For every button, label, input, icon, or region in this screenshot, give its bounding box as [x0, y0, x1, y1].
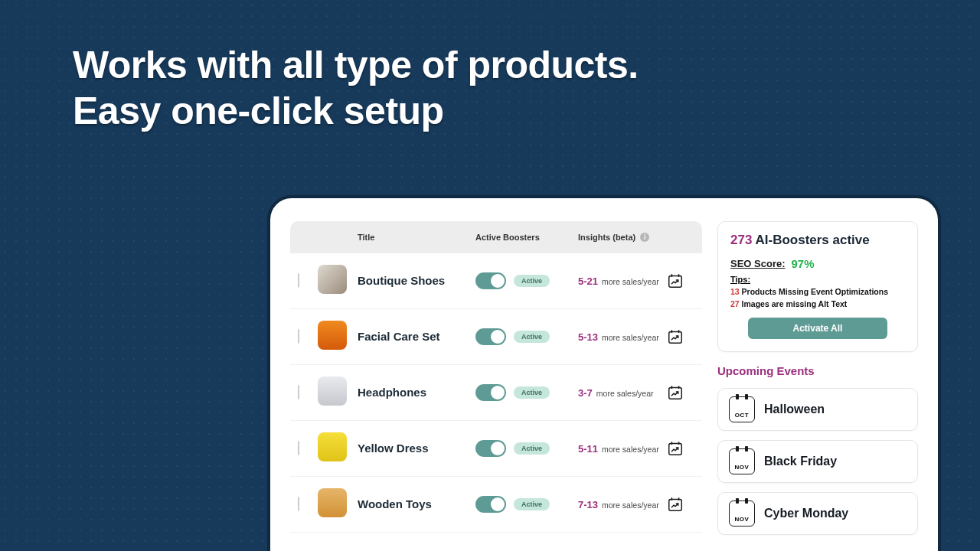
svg-rect-0: [669, 276, 682, 288]
event-card[interactable]: OCTHalloween: [717, 388, 918, 431]
product-thumbnail: [318, 488, 347, 517]
calendar-icon[interactable]: [667, 328, 694, 345]
calendar-date-icon: NOV: [729, 448, 755, 474]
calendar-icon[interactable]: [667, 440, 694, 457]
calendar-date-icon: NOV: [729, 500, 755, 527]
event-card[interactable]: NOVCyber Monday: [717, 492, 918, 535]
booster-toggle[interactable]: [475, 496, 506, 513]
col-insights: Insights (beta): [578, 233, 635, 242]
product-table: Title Active Boosters Insights (beta) i …: [290, 221, 702, 551]
tip-2: 27 Images are missing Alt Text: [730, 299, 905, 308]
event-card[interactable]: NOVBlack Friday: [717, 440, 918, 483]
event-name: Black Friday: [764, 455, 837, 468]
calendar-icon[interactable]: [667, 384, 694, 401]
product-title: Yellow Dress: [358, 442, 429, 455]
product-title: Headphones: [358, 386, 426, 399]
headline-line-2: Easy one-click setup: [73, 90, 444, 132]
table-row: Yellow DressActive5-11more sales/year: [290, 421, 702, 477]
insight-range: 5-13: [578, 331, 598, 343]
product-thumbnail: [318, 432, 347, 461]
table-header: Title Active Boosters Insights (beta) i: [290, 221, 702, 253]
status-badge: Active: [514, 275, 550, 287]
stats-card: 273 AI-Boosters active SEO Score: 97% Ti…: [717, 221, 918, 352]
booster-toggle[interactable]: [475, 384, 506, 401]
product-title: Wooden Toys: [358, 497, 432, 510]
insight-label: more sales/year: [602, 277, 659, 286]
calendar-icon[interactable]: [667, 496, 694, 513]
table-row: Wooden ToysActive7-13more sales/year: [290, 477, 702, 533]
table-row: Facial Care SetActive5-13more sales/year: [290, 309, 702, 365]
insight-range: 7-13: [578, 499, 598, 510]
row-checkbox[interactable]: [298, 497, 299, 511]
marketing-headline: Works with all type of products. Easy on…: [73, 42, 639, 134]
row-checkbox[interactable]: [298, 329, 299, 344]
product-thumbnail: [318, 321, 347, 350]
boosters-label: AI-Boosters active: [755, 233, 869, 247]
insight-label: more sales/year: [596, 389, 654, 398]
row-checkbox[interactable]: [298, 441, 299, 455]
info-icon[interactable]: i: [640, 233, 649, 242]
insight-label: more sales/year: [602, 500, 659, 510]
upcoming-events-header: Upcoming Events: [717, 364, 918, 377]
col-boosters: Active Boosters: [475, 233, 575, 242]
svg-rect-4: [669, 500, 682, 511]
product-thumbnail: [318, 265, 347, 294]
svg-rect-3: [669, 444, 682, 455]
status-badge: Active: [514, 331, 550, 343]
col-title: Title: [354, 233, 475, 242]
event-name: Halloween: [764, 403, 825, 416]
svg-rect-2: [669, 388, 682, 399]
table-row: Boutique ShoesActive5-21more sales/year: [290, 253, 702, 309]
svg-rect-1: [669, 332, 682, 344]
product-title: Boutique Shoes: [358, 274, 445, 287]
table-row: HeadphonesActive3-7more sales/year: [290, 365, 702, 421]
insight-label: more sales/year: [602, 445, 659, 454]
boosters-count: 273: [730, 233, 752, 247]
side-panel: 273 AI-Boosters active SEO Score: 97% Ti…: [717, 221, 918, 551]
tip-1: 13 Products Missing Event Optimizations: [730, 287, 905, 296]
event-name: Cyber Monday: [764, 507, 848, 520]
boosters-active: 273 AI-Boosters active: [730, 233, 905, 248]
headline-line-1: Works with all type of products.: [73, 44, 639, 86]
insight-label: more sales/year: [602, 333, 659, 342]
booster-toggle[interactable]: [475, 272, 506, 289]
status-badge: Active: [514, 386, 550, 399]
product-thumbnail: [318, 377, 347, 406]
insight-range: 5-11: [578, 443, 598, 455]
status-badge: Active: [514, 498, 550, 510]
calendar-date-icon: OCT: [729, 396, 755, 422]
app-panel: Title Active Boosters Insights (beta) i …: [267, 195, 941, 551]
row-checkbox[interactable]: [298, 273, 299, 288]
booster-toggle[interactable]: [475, 328, 506, 345]
seo-score-value: 97%: [792, 257, 815, 270]
calendar-icon[interactable]: [667, 272, 694, 289]
activate-all-button[interactable]: Activate All: [748, 318, 887, 339]
insight-range: 5-21: [578, 276, 598, 287]
product-title: Facial Care Set: [358, 330, 440, 343]
booster-toggle[interactable]: [475, 440, 506, 457]
insight-range: 3-7: [578, 387, 593, 399]
row-checkbox[interactable]: [298, 385, 299, 399]
status-badge: Active: [514, 442, 550, 455]
tips-label: Tips:: [730, 275, 905, 284]
seo-score-label: SEO Score:: [730, 258, 786, 269]
